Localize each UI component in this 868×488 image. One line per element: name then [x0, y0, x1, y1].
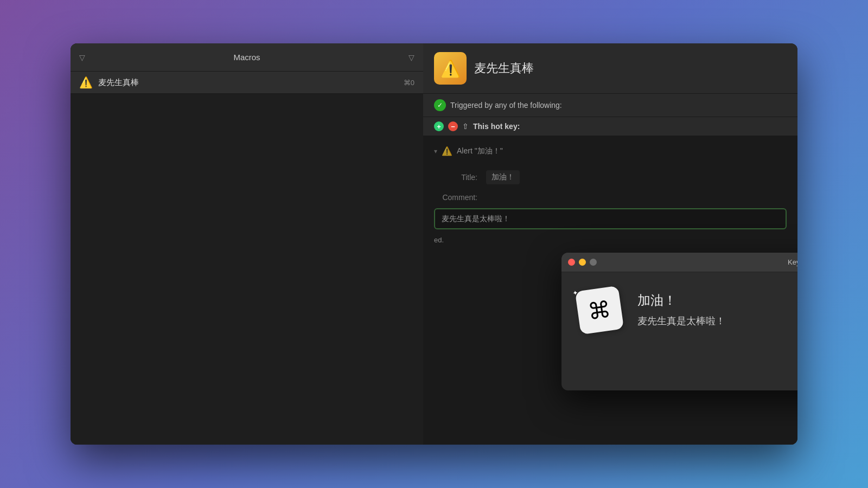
macro-shortcut: ⌘0 — [404, 79, 414, 87]
macro-header-name: 麦先生真棒 — [474, 60, 534, 76]
dialog-titlebar: Keyboard Maestro Alert — [561, 253, 797, 272]
app-window: ▽ Macros ▽ ⚠️ 麦先生真棒 ⌘0 麦先生真棒 ✓ Triggered… — [71, 43, 797, 445]
app-icon-bg: ⌘ ✦ — [575, 286, 624, 335]
app-content: ▽ Macros ▽ ⚠️ 麦先生真棒 ⌘0 麦先生真棒 ✓ Triggered… — [71, 43, 797, 445]
dialog-title: Keyboard Maestro Alert — [788, 258, 797, 266]
dialog-buttons: Stop Continue — [561, 348, 797, 390]
dialog-overlay: Keyboard Maestro Alert ⌘ ✦ 加油！ — [423, 136, 797, 445]
filter-icon[interactable]: ▽ — [79, 53, 85, 62]
dialog-headline: 加油！ — [637, 292, 797, 309]
hotkey-label: This hot key: — [473, 122, 520, 131]
sparkle-icon: ✦ — [572, 288, 578, 297]
left-titlebar: ▽ Macros ▽ — [71, 43, 423, 72]
macro-name: 麦先生真棒 — [98, 78, 398, 88]
close-button[interactable] — [568, 259, 575, 266]
left-panel: ▽ Macros ▽ ⚠️ 麦先生真棒 ⌘0 — [71, 43, 423, 445]
minimize-button[interactable] — [579, 259, 586, 266]
remove-trigger-icon[interactable]: − — [448, 121, 458, 131]
dialog-body: ⌘ ✦ 加油！ 麦先生真是太棒啦！ — [561, 272, 797, 348]
left-panel-body — [71, 94, 423, 445]
macro-icon-large — [434, 52, 467, 85]
right-panel-middle: ▾ ⚠️ Alert "加油！" Title: 加油！ Comment: 麦先生… — [423, 136, 797, 445]
dialog-message: 麦先生真是太棒啦！ — [637, 314, 797, 328]
right-panel: 麦先生真棒 ✓ Triggered by any of the followin… — [423, 43, 797, 445]
macro-warning-icon: ⚠️ — [79, 77, 93, 88]
trigger-row: ✓ Triggered by any of the following: — [423, 94, 797, 117]
dialog-app-icon: ⌘ ✦ — [578, 288, 627, 337]
dialog-content: 加油！ 麦先生真是太棒啦！ — [637, 288, 797, 328]
hotkey-symbol-icon: ⇧ — [462, 122, 469, 131]
add-trigger-icon[interactable]: + — [434, 121, 444, 131]
alert-dialog: Keyboard Maestro Alert ⌘ ✦ 加油！ — [561, 253, 797, 390]
macro-item[interactable]: ⚠️ 麦先生真棒 ⌘0 — [71, 72, 423, 94]
trigger-check-icon: ✓ — [434, 99, 446, 111]
traffic-lights — [568, 259, 597, 266]
trigger-text: Triggered by any of the following: — [450, 101, 562, 110]
left-panel-title: Macros — [233, 53, 260, 62]
trigger-controls: + − ⇧ This hot key: — [423, 117, 797, 136]
sort-icon[interactable]: ▽ — [409, 53, 414, 62]
maximize-button[interactable] — [590, 259, 597, 266]
right-panel-header: 麦先生真棒 — [423, 43, 797, 94]
